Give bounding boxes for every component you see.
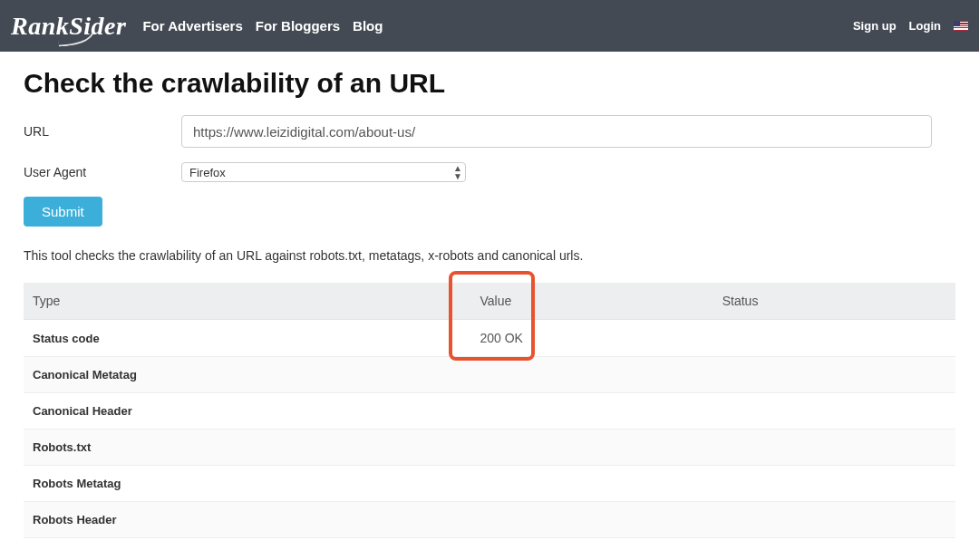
cell-value — [470, 393, 712, 430]
results-wrapper: Type Value Status Status code 200 OK Can… — [24, 283, 955, 538]
login-link[interactable]: Login — [909, 19, 941, 33]
cell-value — [470, 430, 712, 466]
table-header-row: Type Value Status — [24, 283, 955, 320]
nav-right: Sign up Login — [853, 19, 968, 33]
table-row: Robots.txt — [24, 430, 955, 466]
cell-value — [470, 466, 712, 502]
main-container: Check the crawlability of an URL URL Use… — [0, 52, 979, 538]
nav-link-advertisers[interactable]: For Advertisers — [142, 18, 242, 34]
cell-type: Canonical Header — [24, 393, 470, 430]
submit-button[interactable]: Submit — [24, 197, 102, 227]
brand-logo[interactable]: RankSider — [11, 12, 126, 41]
tool-description: This tool checks the crawlability of an … — [24, 248, 955, 263]
user-agent-select-wrap: Firefox ▲▼ — [181, 162, 466, 182]
url-row: URL — [24, 115, 955, 148]
user-agent-label: User Agent — [24, 165, 181, 179]
cell-status — [713, 357, 955, 393]
th-type: Type — [24, 283, 470, 320]
cell-status — [713, 466, 955, 502]
brand-swoosh — [57, 31, 94, 46]
signup-link[interactable]: Sign up — [853, 19, 897, 33]
cell-type: Canonical Metatag — [24, 357, 470, 393]
cell-type: Robots.txt — [24, 430, 470, 466]
top-navbar: RankSider For Advertisers For Bloggers B… — [0, 0, 979, 52]
nav-link-blog[interactable]: Blog — [353, 18, 383, 34]
nav-link-bloggers[interactable]: For Bloggers — [256, 18, 340, 34]
table-row: Robots Header — [24, 502, 955, 538]
th-status: Status — [713, 283, 955, 320]
cell-type: Robots Header — [24, 502, 470, 538]
nav-links: For Advertisers For Bloggers Blog — [142, 18, 383, 34]
cell-value: 200 OK — [470, 320, 712, 357]
page-title: Check the crawlability of an URL — [24, 68, 955, 99]
cell-type: Status code — [24, 320, 470, 357]
table-body: Status code 200 OK Canonical Metatag Can… — [24, 320, 955, 538]
url-input[interactable] — [181, 115, 932, 148]
cell-status — [713, 502, 955, 538]
cell-status — [713, 320, 955, 357]
table-row: Canonical Header — [24, 393, 955, 430]
cell-status — [713, 430, 955, 466]
cell-value — [470, 502, 712, 538]
url-label: URL — [24, 124, 181, 139]
table-row: Robots Metatag — [24, 466, 955, 502]
flag-us-icon[interactable] — [954, 21, 968, 31]
cell-status — [713, 393, 955, 430]
table-row: Canonical Metatag — [24, 357, 955, 393]
cell-type: Robots Metatag — [24, 466, 470, 502]
user-agent-select[interactable]: Firefox — [181, 162, 466, 182]
th-value: Value — [470, 283, 712, 320]
user-agent-row: User Agent Firefox ▲▼ — [24, 162, 955, 182]
results-table: Type Value Status Status code 200 OK Can… — [24, 283, 955, 538]
cell-value — [470, 357, 712, 393]
table-row: Status code 200 OK — [24, 320, 955, 357]
